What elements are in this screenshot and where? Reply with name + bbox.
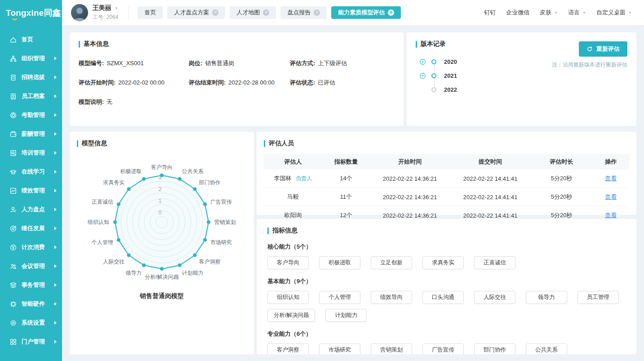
view-link[interactable]: 查看 bbox=[605, 212, 617, 218]
sidebar-item-salary[interactable]: 薪酬管理 bbox=[0, 125, 62, 143]
sidebar-item-affairs[interactable]: 事务管理 bbox=[0, 276, 62, 294]
table-row: 李国林负责人14个2022-02-22 14:36:212022-02-22 1… bbox=[264, 169, 629, 188]
toplink-wecom[interactable]: 企业微信 bbox=[506, 9, 529, 17]
dropdown-language[interactable]: 语言▼ bbox=[568, 9, 586, 17]
indicator-chip[interactable]: 客户导向 bbox=[267, 256, 309, 269]
tab-label: 人才盘点方案 bbox=[174, 9, 209, 17]
svg-text:个人管理: 个人管理 bbox=[91, 239, 113, 245]
indicator-count-cell: 12个 bbox=[322, 211, 370, 219]
sidebar-item-online-study[interactable]: 在线学习 bbox=[0, 162, 62, 181]
field-value: 无 bbox=[107, 98, 112, 106]
indicator-chip[interactable]: 人际交往 bbox=[474, 291, 515, 304]
topbar-right: 钉钉企业微信皮肤▼语言▼自定义桌面▼ bbox=[484, 9, 644, 17]
indicator-chip[interactable]: 客户洞察 bbox=[267, 343, 309, 354]
indicator-chip[interactable]: 广告宣传 bbox=[422, 343, 464, 354]
user-name[interactable]: 王美丽 ▼ bbox=[93, 4, 118, 12]
tab-home[interactable]: 首页 bbox=[138, 6, 163, 19]
sidebar-item-performance[interactable]: 绩效管理 bbox=[0, 181, 62, 200]
nav-tabs: 首页人才盘点方案×人才地图×盘点报告×能力素质模型评估× bbox=[138, 6, 401, 19]
indicator-chip[interactable]: 市场研究 bbox=[319, 343, 360, 354]
sidebar-item-label: 首页 bbox=[22, 36, 57, 44]
dropdown-custom-desktop[interactable]: 自定义桌面▼ bbox=[596, 9, 632, 17]
sidebar-item-training[interactable]: 培训管理 bbox=[0, 143, 62, 162]
tab-competency-model-eval[interactable]: 能力素质模型评估× bbox=[331, 6, 401, 19]
evaluators-title: 评估人员 bbox=[264, 139, 629, 147]
close-icon[interactable]: × bbox=[388, 9, 394, 16]
svg-text:求真务实: 求真务实 bbox=[102, 179, 124, 186]
close-icon[interactable]: × bbox=[212, 9, 218, 16]
sidebar-item-system-settings[interactable]: 系统设置 bbox=[0, 313, 62, 332]
indicator-chip[interactable]: 绩效导向 bbox=[371, 291, 412, 304]
recruit-icon bbox=[9, 74, 17, 81]
sidebar-item-metered-consume[interactable]: 计次消费 bbox=[0, 238, 62, 257]
view-link[interactable]: 查看 bbox=[605, 175, 617, 182]
indicator-chip[interactable]: 计划能力 bbox=[325, 309, 367, 322]
indicator-chip-row: 组织认知个人管理绩效导向口头沟通人际交往领导力员工管理分析/解决问题计划能力 bbox=[267, 291, 626, 322]
chevron-right-icon bbox=[54, 340, 57, 343]
sidebar-item-portal[interactable]: 门户管理 bbox=[0, 332, 62, 351]
radar-chart: 0123客户导向公共关系部门协作广告宣传营销策划市场研究客户洞察计划能力分析/解… bbox=[77, 152, 247, 287]
version-timeline: 202020212022 bbox=[416, 55, 627, 97]
radar-chart-caption: 销售普通岗模型 bbox=[77, 292, 247, 300]
chevron-down-icon: ▼ bbox=[115, 6, 118, 10]
version-year[interactable]: 2022 bbox=[444, 86, 457, 93]
svg-text:市场研究: 市场研究 bbox=[210, 239, 232, 245]
sidebar-item-recruitment[interactable]: 招聘选拔 bbox=[0, 68, 62, 87]
chevron-right-icon bbox=[54, 227, 57, 230]
indicator-chip[interactable]: 口头沟通 bbox=[422, 291, 464, 304]
tab-talent-map[interactable]: 人才地图× bbox=[230, 6, 276, 19]
indicator-chip[interactable]: 分析/解决问题 bbox=[267, 309, 315, 322]
indicator-chip[interactable]: 组织认知 bbox=[267, 291, 309, 304]
indicator-chip[interactable]: 营销策划 bbox=[371, 343, 412, 354]
reevaluate-button[interactable]: 重新评估 bbox=[579, 41, 627, 57]
sidebar-item-attendance[interactable]: 考勤管理 bbox=[0, 106, 62, 125]
column-header: 开始时间 bbox=[370, 158, 450, 166]
indicator-chip[interactable]: 积极进取 bbox=[319, 256, 360, 269]
succession-icon bbox=[9, 225, 17, 232]
person-icon bbox=[71, 4, 88, 21]
avatar[interactable] bbox=[71, 4, 88, 21]
tab-inventory-report[interactable]: 盘点报告× bbox=[280, 6, 327, 19]
start-time-cell: 2022-02-22 14:36:21 bbox=[370, 212, 450, 219]
toplink-dingtalk[interactable]: 钉钉 bbox=[484, 9, 496, 17]
indicator-chip[interactable]: 员工管理 bbox=[577, 291, 619, 304]
evaluator-name: 马毅 bbox=[287, 193, 299, 200]
close-icon[interactable]: × bbox=[263, 9, 269, 16]
sidebar-item-succession[interactable]: 继任发展 bbox=[0, 219, 62, 238]
column-header: 评估人 bbox=[264, 158, 322, 166]
field-label: 岗位: bbox=[189, 59, 202, 67]
chevron-down-icon: ▼ bbox=[628, 11, 632, 15]
tab-talent-inventory-plan[interactable]: 人才盘点方案× bbox=[167, 6, 225, 19]
employee-number: 工号: 2064 bbox=[93, 13, 118, 21]
close-icon[interactable]: × bbox=[314, 9, 320, 16]
indicator-chip[interactable]: 立足创新 bbox=[371, 256, 412, 269]
model-info-title: 模型信息 bbox=[77, 139, 247, 147]
sidebar-item-home[interactable]: 首页 bbox=[0, 30, 62, 49]
chevron-right-icon bbox=[54, 283, 57, 287]
duration-cell: 5分20秒 bbox=[530, 174, 592, 183]
sidebar-item-smart-hardware[interactable]: 智能硬件 bbox=[0, 294, 62, 313]
version-row: 2022 bbox=[419, 83, 627, 97]
indicator-chip[interactable]: 个人管理 bbox=[319, 291, 360, 304]
indicator-chip[interactable]: 求真务实 bbox=[422, 256, 464, 269]
indicator-chip[interactable]: 部门协作 bbox=[474, 343, 515, 354]
sidebar-item-org-management[interactable]: 组织管理 bbox=[0, 49, 62, 68]
version-year[interactable]: 2020 bbox=[444, 58, 457, 65]
indicator-chip[interactable]: 公共关系 bbox=[526, 343, 567, 354]
indicator-chip[interactable]: 正直诚信 bbox=[474, 256, 515, 269]
chevron-down-circle-icon[interactable] bbox=[419, 72, 426, 79]
indicator-chip[interactable]: 领导力 bbox=[526, 291, 567, 304]
chevron-right-icon bbox=[54, 76, 57, 79]
dropdown-skin[interactable]: 皮肤▼ bbox=[540, 9, 558, 17]
sidebar-item-employee-archive[interactable]: 员工档案 bbox=[0, 87, 62, 106]
reevaluate-button-label: 重新评估 bbox=[596, 45, 620, 53]
basic-info-grid: 模型编号:SZMX_XS001岗位:销售普通岗评估方式:上下级评估评估开始时间:… bbox=[79, 59, 395, 106]
sidebar-item-meeting[interactable]: 会议管理 bbox=[0, 257, 62, 276]
chevron-right-circle-icon[interactable] bbox=[419, 58, 426, 65]
content-row-top: 基本信息 模型编号:SZMX_XS001岗位:销售普通岗评估方式:上下级评估评估… bbox=[70, 32, 636, 126]
sidebar-item-hr-inventory[interactable]: 人力盘点 bbox=[0, 200, 62, 219]
svg-text:正直诚信: 正直诚信 bbox=[92, 199, 113, 205]
table-body: 李国林负责人14个2022-02-22 14:36:212022-02-22 1… bbox=[264, 169, 629, 225]
version-year[interactable]: 2021 bbox=[444, 72, 457, 79]
view-link[interactable]: 查看 bbox=[605, 193, 617, 200]
